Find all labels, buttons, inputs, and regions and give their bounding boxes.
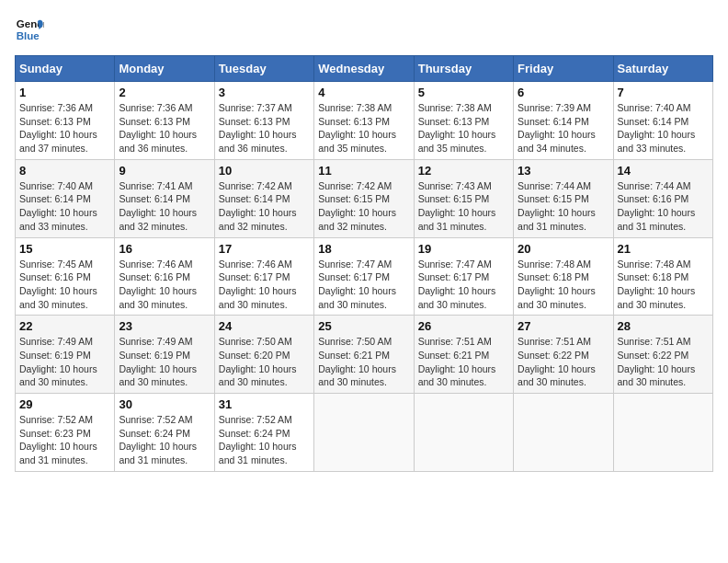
calendar-cell: 17Sunrise: 7:46 AM Sunset: 6:17 PM Dayli… <box>214 237 313 316</box>
day-info: Sunrise: 7:52 AM Sunset: 6:24 PM Dayligh… <box>119 413 210 467</box>
day-number: 12 <box>418 164 509 178</box>
day-header-sunday: Sunday <box>16 56 115 82</box>
calendar-week-5: 29Sunrise: 7:52 AM Sunset: 6:23 PM Dayli… <box>16 394 713 472</box>
day-number: 27 <box>518 319 609 333</box>
day-number: 18 <box>318 242 409 256</box>
day-number: 26 <box>418 319 509 333</box>
day-number: 15 <box>19 242 110 256</box>
day-info: Sunrise: 7:45 AM Sunset: 6:16 PM Dayligh… <box>19 258 110 312</box>
day-number: 13 <box>518 164 609 178</box>
calendar-cell: 2Sunrise: 7:36 AM Sunset: 6:13 PM Daylig… <box>115 82 214 160</box>
day-info: Sunrise: 7:44 AM Sunset: 6:16 PM Dayligh… <box>618 179 709 234</box>
day-number: 8 <box>19 164 110 178</box>
calendar-cell <box>514 394 613 472</box>
calendar-body: 1Sunrise: 7:36 AM Sunset: 6:13 PM Daylig… <box>16 82 713 472</box>
day-header-monday: Monday <box>115 56 214 82</box>
day-number: 10 <box>219 164 310 178</box>
day-header-wednesday: Wednesday <box>314 56 414 82</box>
day-number: 7 <box>618 86 709 99</box>
calendar-cell: 18Sunrise: 7:47 AM Sunset: 6:17 PM Dayli… <box>314 237 414 316</box>
day-number: 29 <box>19 397 110 411</box>
calendar-cell: 25Sunrise: 7:50 AM Sunset: 6:21 PM Dayli… <box>314 316 414 394</box>
day-number: 4 <box>318 86 409 99</box>
calendar-cell <box>613 394 712 472</box>
day-number: 31 <box>219 397 310 411</box>
day-info: Sunrise: 7:51 AM Sunset: 6:21 PM Dayligh… <box>418 335 509 389</box>
day-info: Sunrise: 7:47 AM Sunset: 6:17 PM Dayligh… <box>318 258 409 312</box>
day-number: 28 <box>618 319 709 333</box>
day-number: 17 <box>219 242 310 256</box>
calendar-cell: 12Sunrise: 7:43 AM Sunset: 6:15 PM Dayli… <box>414 159 513 237</box>
calendar-cell: 24Sunrise: 7:50 AM Sunset: 6:20 PM Dayli… <box>214 316 313 394</box>
calendar-cell: 29Sunrise: 7:52 AM Sunset: 6:23 PM Dayli… <box>16 394 115 472</box>
calendar-week-1: 1Sunrise: 7:36 AM Sunset: 6:13 PM Daylig… <box>16 82 713 160</box>
calendar-cell: 26Sunrise: 7:51 AM Sunset: 6:21 PM Dayli… <box>414 316 513 394</box>
day-info: Sunrise: 7:36 AM Sunset: 6:13 PM Dayligh… <box>119 101 210 155</box>
calendar-cell: 23Sunrise: 7:49 AM Sunset: 6:19 PM Dayli… <box>115 316 214 394</box>
calendar-cell: 31Sunrise: 7:52 AM Sunset: 6:24 PM Dayli… <box>214 394 313 472</box>
calendar-cell: 6Sunrise: 7:39 AM Sunset: 6:14 PM Daylig… <box>514 82 613 160</box>
calendar-cell: 3Sunrise: 7:37 AM Sunset: 6:13 PM Daylig… <box>214 82 313 160</box>
calendar-header-row: SundayMondayTuesdayWednesdayThursdayFrid… <box>16 56 713 82</box>
day-number: 20 <box>518 242 609 256</box>
logo: General Blue <box>15 15 48 44</box>
day-info: Sunrise: 7:51 AM Sunset: 6:22 PM Dayligh… <box>618 335 709 389</box>
day-info: Sunrise: 7:42 AM Sunset: 6:15 PM Dayligh… <box>318 179 409 234</box>
calendar-cell: 27Sunrise: 7:51 AM Sunset: 6:22 PM Dayli… <box>514 316 613 394</box>
calendar-cell: 21Sunrise: 7:48 AM Sunset: 6:18 PM Dayli… <box>613 237 712 316</box>
day-number: 9 <box>119 164 210 178</box>
day-number: 24 <box>219 319 310 333</box>
day-info: Sunrise: 7:44 AM Sunset: 6:15 PM Dayligh… <box>518 179 609 234</box>
day-info: Sunrise: 7:40 AM Sunset: 6:14 PM Dayligh… <box>618 101 709 155</box>
calendar-cell: 5Sunrise: 7:38 AM Sunset: 6:13 PM Daylig… <box>414 82 513 160</box>
calendar-cell: 1Sunrise: 7:36 AM Sunset: 6:13 PM Daylig… <box>16 82 115 160</box>
calendar-cell: 13Sunrise: 7:44 AM Sunset: 6:15 PM Dayli… <box>514 159 613 237</box>
day-info: Sunrise: 7:37 AM Sunset: 6:13 PM Dayligh… <box>219 101 310 155</box>
day-info: Sunrise: 7:48 AM Sunset: 6:18 PM Dayligh… <box>518 258 609 312</box>
day-info: Sunrise: 7:46 AM Sunset: 6:16 PM Dayligh… <box>119 258 210 312</box>
day-info: Sunrise: 7:49 AM Sunset: 6:19 PM Dayligh… <box>119 335 210 389</box>
day-header-tuesday: Tuesday <box>214 56 313 82</box>
calendar-table: SundayMondayTuesdayWednesdayThursdayFrid… <box>15 55 713 472</box>
day-number: 3 <box>219 86 310 99</box>
calendar-week-3: 15Sunrise: 7:45 AM Sunset: 6:16 PM Dayli… <box>16 237 713 316</box>
calendar-cell: 28Sunrise: 7:51 AM Sunset: 6:22 PM Dayli… <box>613 316 712 394</box>
day-header-saturday: Saturday <box>613 56 712 82</box>
day-info: Sunrise: 7:39 AM Sunset: 6:14 PM Dayligh… <box>518 101 609 155</box>
day-number: 14 <box>618 164 709 178</box>
logo-icon: General Blue <box>15 15 44 44</box>
day-info: Sunrise: 7:43 AM Sunset: 6:15 PM Dayligh… <box>418 179 509 234</box>
day-info: Sunrise: 7:50 AM Sunset: 6:21 PM Dayligh… <box>318 335 409 389</box>
calendar-cell: 30Sunrise: 7:52 AM Sunset: 6:24 PM Dayli… <box>115 394 214 472</box>
day-number: 23 <box>119 319 210 333</box>
day-number: 2 <box>119 86 210 99</box>
calendar-cell: 20Sunrise: 7:48 AM Sunset: 6:18 PM Dayli… <box>514 237 613 316</box>
calendar-cell <box>414 394 513 472</box>
calendar-cell: 14Sunrise: 7:44 AM Sunset: 6:16 PM Dayli… <box>613 159 712 237</box>
calendar-cell: 10Sunrise: 7:42 AM Sunset: 6:14 PM Dayli… <box>214 159 313 237</box>
calendar-cell: 15Sunrise: 7:45 AM Sunset: 6:16 PM Dayli… <box>16 237 115 316</box>
calendar-week-4: 22Sunrise: 7:49 AM Sunset: 6:19 PM Dayli… <box>16 316 713 394</box>
day-number: 6 <box>518 86 609 99</box>
day-number: 19 <box>418 242 509 256</box>
day-number: 16 <box>119 242 210 256</box>
day-header-thursday: Thursday <box>414 56 513 82</box>
calendar-cell: 4Sunrise: 7:38 AM Sunset: 6:13 PM Daylig… <box>314 82 414 160</box>
calendar-cell: 11Sunrise: 7:42 AM Sunset: 6:15 PM Dayli… <box>314 159 414 237</box>
day-number: 25 <box>318 319 409 333</box>
day-info: Sunrise: 7:40 AM Sunset: 6:14 PM Dayligh… <box>19 179 110 234</box>
day-info: Sunrise: 7:36 AM Sunset: 6:13 PM Dayligh… <box>19 101 110 155</box>
calendar-cell <box>314 394 414 472</box>
day-info: Sunrise: 7:41 AM Sunset: 6:14 PM Dayligh… <box>119 179 210 234</box>
day-info: Sunrise: 7:52 AM Sunset: 6:23 PM Dayligh… <box>19 413 110 467</box>
calendar-cell: 16Sunrise: 7:46 AM Sunset: 6:16 PM Dayli… <box>115 237 214 316</box>
page-header: General Blue <box>15 15 713 44</box>
day-number: 11 <box>318 164 409 178</box>
day-info: Sunrise: 7:49 AM Sunset: 6:19 PM Dayligh… <box>19 335 110 389</box>
day-info: Sunrise: 7:46 AM Sunset: 6:17 PM Dayligh… <box>219 258 310 312</box>
calendar-cell: 19Sunrise: 7:47 AM Sunset: 6:17 PM Dayli… <box>414 237 513 316</box>
svg-text:Blue: Blue <box>17 30 40 41</box>
day-info: Sunrise: 7:50 AM Sunset: 6:20 PM Dayligh… <box>219 335 310 389</box>
day-number: 30 <box>119 397 210 411</box>
day-header-friday: Friday <box>514 56 613 82</box>
